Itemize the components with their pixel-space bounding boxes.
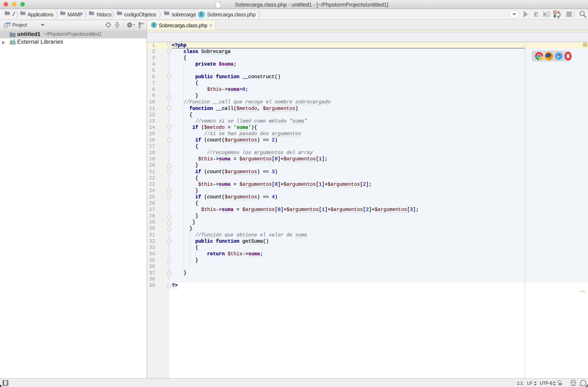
svg-text:T: T [560,383,561,385]
